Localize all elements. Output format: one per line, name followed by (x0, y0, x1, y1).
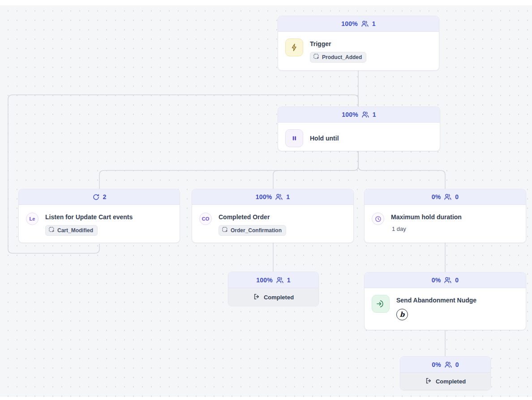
node-completed-end[interactable]: 0% 0 Completed (400, 356, 491, 390)
users-icon (444, 276, 452, 284)
audience-count: 1 (373, 111, 376, 118)
event-badge: Product_Added (310, 52, 366, 63)
event-segment-icon (49, 227, 55, 234)
node-listen-stats: 2 (19, 189, 180, 205)
audience-count: 1 (287, 277, 291, 284)
loop-icon (92, 193, 100, 201)
event-badge: Cart_Modified (45, 225, 98, 236)
users-icon (444, 361, 452, 369)
percent-value: 100% (341, 20, 358, 27)
connector-hold-max-hold (358, 151, 445, 189)
event-badge-label: Product_Added (322, 54, 362, 60)
percent-value: 0% (432, 193, 441, 200)
node-trigger-stats: 100% 1 (278, 16, 439, 32)
audience-count: 1 (286, 193, 290, 200)
node-maxhold-stats: 0% 0 (365, 189, 526, 205)
node-title: Send Abandonment Nudge (396, 296, 476, 304)
node-send-stats: 0% 0 (365, 272, 526, 288)
audience-count: 0 (455, 193, 459, 200)
users-icon (361, 111, 369, 119)
percent-value: 100% (256, 277, 273, 284)
percent-value: 0% (432, 361, 441, 368)
node-listen-update-cart[interactable]: 2 Le Listen for Update Cart events Cart_… (18, 189, 180, 243)
exit-icon (253, 293, 260, 302)
users-icon (275, 193, 283, 201)
clock-icon (372, 213, 384, 225)
event-segment-icon (222, 227, 228, 234)
exit-label: Completed (436, 378, 466, 385)
percent-value: 100% (256, 193, 272, 200)
loop-count: 2 (103, 193, 107, 200)
exit-step: Completed (400, 373, 490, 390)
node-title: Hold until (310, 134, 339, 142)
exit-step: Completed (228, 288, 318, 306)
event-badge-label: Order_Confirmation (231, 227, 282, 234)
exit-label: Completed (264, 294, 294, 301)
node-trigger[interactable]: 100% 1 Trigger (278, 16, 439, 71)
avatar: Le (26, 213, 39, 225)
lightning-icon (285, 38, 303, 56)
node-max-hold-duration[interactable]: 0% 0 Maximum hold duration 1 da (364, 189, 526, 243)
users-icon (276, 276, 284, 284)
node-hold-stats: 100% 1 (278, 107, 440, 123)
audience-count: 0 (455, 361, 459, 368)
braze-channel-icon: b (396, 309, 408, 320)
users-icon (361, 20, 369, 28)
audience-count: 0 (455, 277, 459, 284)
node-completed-middle-stats: 100% 1 (228, 272, 318, 288)
node-title: Completed Order (219, 213, 286, 221)
node-completed-order[interactable]: 100% 1 CO Completed Order (192, 189, 354, 243)
audience-count: 1 (372, 20, 376, 27)
node-title: Trigger (310, 40, 366, 48)
node-completed-end-stats: 0% 0 (400, 357, 490, 373)
avatar: CO (199, 213, 212, 225)
exit-icon (425, 377, 432, 386)
event-badge: Order_Confirmation (219, 225, 286, 236)
node-completed-middle[interactable]: 100% 1 Completed (228, 272, 319, 306)
node-order-stats: 100% 1 (192, 189, 353, 205)
percent-value: 0% (432, 277, 441, 284)
node-title: Maximum hold duration (391, 213, 462, 221)
node-title: Listen for Update Cart events (45, 213, 133, 221)
percent-value: 100% (342, 111, 358, 118)
enter-action-icon (372, 295, 390, 313)
node-hold-until[interactable]: 100% 1 Hold until (278, 106, 440, 151)
users-icon (444, 193, 452, 201)
node-send-abandonment-nudge[interactable]: 0% 0 Send Abandonment Nudge (364, 272, 526, 330)
journey-canvas: 100% 1 Trigger (0, 0, 532, 400)
event-badge-label: Cart_Modified (57, 227, 93, 234)
hold-duration-value: 1 day (391, 226, 462, 232)
event-segment-icon (313, 54, 319, 61)
connector-hold-listen (99, 151, 358, 189)
connector-hold-completed-order (273, 151, 358, 189)
pause-icon (285, 129, 303, 147)
